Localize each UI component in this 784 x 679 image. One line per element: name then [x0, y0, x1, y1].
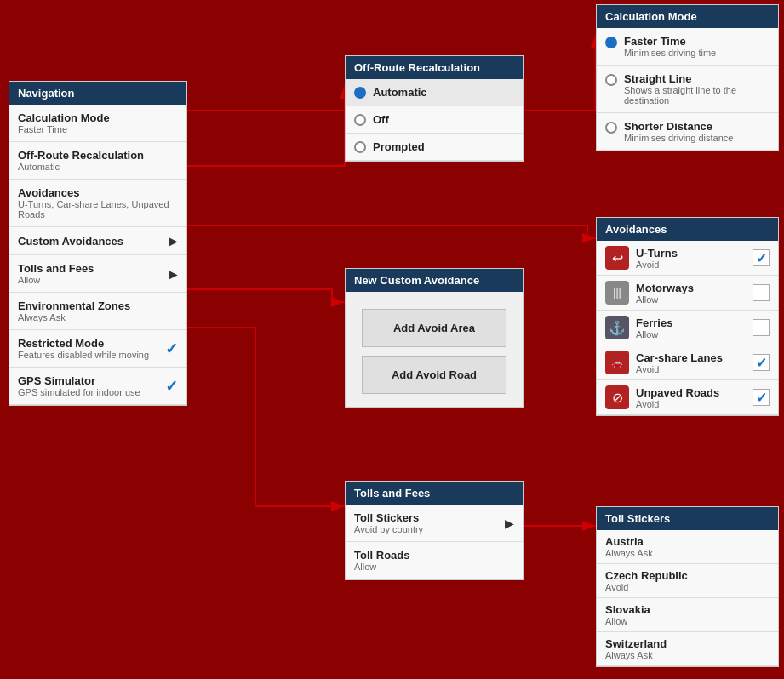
toll-stickers-item[interactable]: Toll Stickers Avoid by country ▶ — [346, 505, 523, 542]
offroute-panel: Off-Route Recalculation Automatic Off Pr… — [345, 55, 524, 162]
offroute-automatic-label: Automatic — [373, 86, 427, 99]
offroute-automatic[interactable]: Automatic — [346, 79, 523, 106]
tolls-panel: Tolls and Fees Toll Stickers Avoid by co… — [345, 481, 524, 580]
toll-stickers-panel: Toll Stickers Austria Always Ask Czech R… — [596, 506, 779, 667]
custom-avoid-title: Custom Avoidances — [18, 235, 123, 248]
tolls-panel-header: Tolls and Fees — [346, 482, 523, 505]
avoidances-panel-header: Avoidances — [597, 218, 778, 241]
nav-item-restricted[interactable]: Restricted Mode Features disabled while … — [9, 330, 186, 368]
avoid-ferries[interactable]: ⚓ Ferries Allow — [597, 311, 778, 345]
toll-stickers-arrow-icon: ▶ — [505, 516, 514, 530]
offroute-off[interactable]: Off — [346, 106, 523, 134]
ts-slovakia-subtitle: Allow — [605, 616, 770, 626]
tolls-title: Tolls and Fees — [18, 262, 94, 275]
uturns-checkbox[interactable]: ✓ — [753, 249, 770, 266]
unpaved-subtitle: Avoid — [636, 399, 719, 409]
ferries-checkbox[interactable] — [753, 319, 770, 336]
nav-item-tolls[interactable]: Tolls and Fees Allow ▶ — [9, 255, 186, 293]
ts-switzerland-title: Switzerland — [605, 637, 770, 650]
ts-czech[interactable]: Czech Republic Avoid — [597, 564, 778, 598]
offroute-off-radio[interactable] — [354, 114, 366, 126]
ferries-icon: ⚓ — [605, 316, 629, 340]
calc-straight-line[interactable]: Straight Line Shows a straight line to t… — [597, 66, 778, 113]
calc-straight-title: Straight Line — [624, 72, 770, 85]
calc-straight-radio[interactable] — [605, 74, 617, 86]
offroute-prompted-label: Prompted — [373, 140, 425, 153]
navigation-title: Navigation — [18, 87, 74, 100]
offroute-prompted[interactable]: Prompted — [346, 134, 523, 161]
nav-item-custom-avoid[interactable]: Custom Avoidances ▶ — [9, 227, 186, 255]
calc-mode-subtitle: Faster Time — [18, 124, 178, 134]
calc-mode-title: Calculation Mode — [18, 111, 178, 124]
motorways-title: Motorways — [636, 282, 694, 294]
ts-austria-subtitle: Always Ask — [605, 548, 770, 558]
avoidances-subtitle: U-Turns, Car-share Lanes, Unpaved Roads — [18, 199, 178, 220]
tolls-panel-title: Tolls and Fees — [354, 487, 430, 499]
offroute-panel-title: Off-Route Recalculation — [354, 61, 480, 74]
ts-austria[interactable]: Austria Always Ask — [597, 530, 778, 564]
nav-item-calc-mode[interactable]: Calculation Mode Faster Time — [9, 105, 186, 142]
avoidances-title: Avoidances — [18, 186, 178, 199]
ts-austria-title: Austria — [605, 535, 770, 548]
unpaved-icon: ⊘ — [605, 385, 629, 409]
toll-stickers-subtitle: Avoid by country — [354, 524, 423, 534]
ferries-title: Ferries — [636, 317, 672, 329]
carshare-icon: 🚗 — [605, 351, 629, 374]
ts-slovakia-title: Slovakia — [605, 603, 770, 616]
calc-mode-panel-header: Calculation Mode — [597, 5, 778, 28]
navigation-header: Navigation — [9, 82, 186, 105]
restricted-checkbox[interactable]: ✓ — [165, 340, 178, 358]
calc-shorter-dist[interactable]: Shorter Distance Minimises driving dista… — [597, 113, 778, 151]
unpaved-checkbox[interactable]: ✓ — [753, 389, 770, 406]
add-avoid-road-button[interactable]: Add Avoid Road — [362, 356, 506, 394]
offroute-subtitle: Automatic — [18, 162, 178, 172]
nav-item-gps-sim[interactable]: GPS Simulator GPS simulated for indoor u… — [9, 368, 186, 405]
env-zones-subtitle: Always Ask — [18, 312, 178, 322]
uturns-title: U-Turns — [636, 247, 678, 260]
offroute-title: Off-Route Recalculation — [18, 149, 178, 162]
ts-czech-subtitle: Avoid — [605, 582, 770, 592]
calc-shorter-subtitle: Minimises driving distance — [624, 133, 733, 143]
offroute-panel-header: Off-Route Recalculation — [346, 56, 523, 79]
calc-shorter-title: Shorter Distance — [624, 120, 733, 133]
avoid-unpaved[interactable]: ⊘ Unpaved Roads Avoid ✓ — [597, 380, 778, 415]
nav-item-avoidances[interactable]: Avoidances U-Turns, Car-share Lanes, Unp… — [9, 180, 186, 227]
custom-avoid-header: New Custom Avoidance — [346, 269, 523, 292]
custom-avoid-panel: New Custom Avoidance Add Avoid Area Add … — [345, 268, 524, 408]
offroute-prompted-radio[interactable] — [354, 141, 366, 153]
tolls-arrow-icon: ▶ — [169, 267, 178, 281]
toll-stickers-panel-title: Toll Stickers — [605, 512, 670, 525]
avoid-carshare[interactable]: 🚗 Car-share Lanes Avoid ✓ — [597, 345, 778, 380]
motorways-icon: ||| — [605, 281, 629, 305]
toll-stickers-title: Toll Stickers — [354, 511, 423, 524]
calc-faster-title: Faster Time — [624, 35, 716, 48]
offroute-automatic-radio[interactable] — [354, 87, 366, 99]
navigation-panel: Navigation Calculation Mode Faster Time … — [9, 81, 187, 406]
tolls-subtitle: Allow — [18, 275, 94, 285]
env-zones-title: Environmental Zones — [18, 300, 178, 312]
custom-avoid-arrow-icon: ▶ — [169, 234, 178, 248]
add-avoid-area-button[interactable]: Add Avoid Area — [362, 309, 506, 347]
offroute-off-label: Off — [373, 113, 389, 126]
calc-mode-panel: Calculation Mode Faster Time Minimises d… — [596, 4, 779, 151]
carshare-subtitle: Avoid — [636, 364, 723, 374]
motorways-checkbox[interactable] — [753, 284, 770, 301]
calc-faster-time[interactable]: Faster Time Minimises driving time — [597, 28, 778, 66]
ts-slovakia[interactable]: Slovakia Allow — [597, 598, 778, 632]
toll-roads-item[interactable]: Toll Roads Allow — [346, 542, 523, 579]
restricted-subtitle: Features disabled while moving — [18, 350, 149, 360]
calc-shorter-radio[interactable] — [605, 122, 617, 134]
nav-item-offroute[interactable]: Off-Route Recalculation Automatic — [9, 142, 186, 180]
calc-faster-radio[interactable] — [605, 37, 617, 48]
carshare-title: Car-share Lanes — [636, 351, 723, 364]
unpaved-title: Unpaved Roads — [636, 386, 719, 399]
uturns-icon: ↩ — [605, 246, 629, 270]
carshare-checkbox[interactable]: ✓ — [753, 354, 770, 371]
nav-item-env-zones[interactable]: Environmental Zones Always Ask — [9, 293, 186, 330]
calc-faster-subtitle: Minimises driving time — [624, 48, 716, 58]
toll-roads-title: Toll Roads — [354, 549, 409, 562]
ts-switzerland[interactable]: Switzerland Always Ask — [597, 632, 778, 666]
gps-sim-checkbox[interactable]: ✓ — [165, 377, 178, 396]
avoid-uturns[interactable]: ↩ U-Turns Avoid ✓ — [597, 241, 778, 276]
avoid-motorways[interactable]: ||| Motorways Allow — [597, 276, 778, 311]
